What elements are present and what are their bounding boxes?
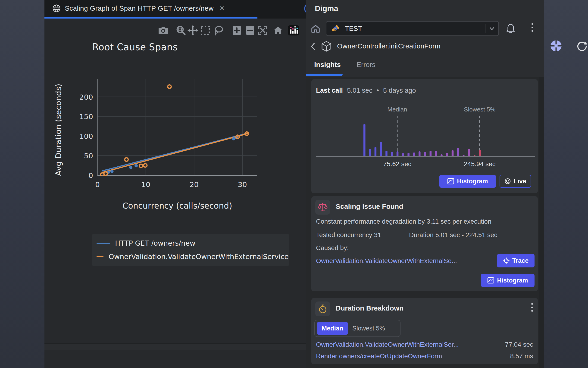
target-crosshair-icon[interactable]: [550, 39, 562, 52]
histogram-bar: [479, 150, 481, 157]
trace-button[interactable]: Trace: [497, 254, 535, 267]
y-tick-label: 100: [75, 132, 93, 140]
editor-tab-scaling-graph[interactable]: Scaling Graph of Span HTTP GET /owners/n…: [44, 0, 228, 17]
breakdown-row: Render owners/createOrUpdateOwnerForm8.5…: [316, 350, 533, 362]
panel-kebab-menu-icon[interactable]: [529, 23, 536, 32]
caused-by-label: Caused by:: [316, 244, 349, 252]
active-panel-tab-underline: [306, 74, 342, 76]
plotly-logo-icon[interactable]: [288, 25, 299, 36]
toggle-slowest-5[interactable]: Slowest 5%: [352, 325, 385, 332]
legend-label: OwnerValidation.ValidateOwnerWithExterna…: [109, 253, 289, 261]
toggle-median[interactable]: Median: [317, 322, 348, 335]
x-axis-label: Concurrency (calls/second): [123, 201, 232, 211]
tab-errors[interactable]: Errors: [357, 61, 376, 69]
breakdown-duration-value: 8.57 ms: [510, 352, 533, 360]
scaling-chart-panel: Root Cause Spans 0102030 050100150200 Av…: [44, 18, 306, 362]
tab-close-icon[interactable]: ×: [220, 4, 225, 12]
last-call-label: Last call: [316, 87, 343, 94]
stopwatch-icon: [318, 304, 328, 314]
camera-icon[interactable]: [158, 25, 168, 36]
scatter-point: [125, 158, 128, 161]
histogram-bar: [463, 155, 465, 157]
histogram-bar: [468, 149, 470, 157]
y-tick-label: 0: [75, 171, 93, 180]
histogram-bar: [457, 148, 459, 157]
tested-concurrency: Tested concurrency 31: [316, 231, 381, 239]
card-kebab-menu-icon[interactable]: [531, 303, 533, 312]
breakdown-rows: OwnerValidation.ValidateOwnerWithExterna…: [316, 339, 533, 362]
legend-line-swatch: [97, 256, 104, 257]
chart-title: Root Cause Spans: [92, 42, 178, 52]
x-tick-label: 0: [95, 180, 100, 189]
legend-line-swatch: [97, 243, 110, 244]
insights-scroll-area[interactable]: Last call 5.01 sec • 5 days ago Median S…: [306, 77, 539, 368]
histogram-bar: [435, 151, 437, 157]
chart-legend: HTTP GET /owners/newOwnerValidation.Vali…: [92, 234, 289, 266]
last-call-summary: Last call 5.01 sec • 5 days ago: [316, 87, 416, 94]
environment-value: TEST: [345, 25, 485, 32]
zoom-in-icon[interactable]: [231, 25, 242, 36]
breakdown-duration-value: 77.04 sec: [505, 341, 533, 348]
breakdown-row: OwnerValidation.ValidateOwnerWithExterna…: [316, 339, 533, 350]
tab-insights[interactable]: Insights: [314, 61, 341, 69]
median-value: 75.62 sec: [383, 160, 411, 168]
duration-breakdown-card: Duration Breakdown Median Slowest 5% Own…: [311, 298, 538, 364]
histogram-bar: [375, 147, 377, 157]
slowest-value: 245.94 sec: [464, 160, 496, 168]
y-tick-label: 150: [75, 112, 93, 121]
pan-icon[interactable]: [187, 25, 198, 36]
scaling-description: Constant performance degradation by 3.11…: [316, 218, 491, 225]
duration-icon-box: [315, 302, 330, 316]
notifications-bell-icon[interactable]: [504, 21, 517, 36]
environment-select[interactable]: TEST: [326, 21, 499, 36]
editor-bottom-strip: [44, 343, 306, 350]
histogram-baseline: [316, 156, 535, 157]
scatter-point: [129, 166, 132, 169]
span-cube-icon: [320, 40, 333, 53]
chevron-down-icon[interactable]: [485, 25, 498, 32]
lasso-icon[interactable]: [213, 25, 224, 36]
legend-item[interactable]: OwnerValidation.ValidateOwnerWithExterna…: [97, 253, 289, 261]
scatter-point: [143, 164, 147, 167]
scatter-point: [110, 170, 114, 173]
scrollbar-gutter[interactable]: [539, 77, 544, 368]
legend-label: HTTP GET /owners/new: [115, 239, 195, 247]
median-marker-label: Median: [387, 106, 407, 113]
duration-histogram: [316, 115, 535, 159]
scatter-point: [139, 164, 143, 167]
breakdown-span-link[interactable]: OwnerValidation.ValidateOwnerWithExterna…: [316, 341, 459, 348]
digma-panel: Digma TEST: [306, 0, 544, 368]
root-cause-span-link[interactable]: OwnerValidation.ValidateOwnerWithExterna…: [316, 257, 457, 265]
histogram-chart-icon: [487, 277, 494, 284]
back-chevron-icon[interactable]: [310, 40, 318, 53]
telescope-icon: [330, 24, 340, 33]
zoom-icon[interactable]: [176, 25, 186, 36]
live-button[interactable]: Live: [500, 175, 531, 188]
reset-home-icon[interactable]: [273, 25, 283, 36]
legend-item[interactable]: HTTP GET /owners/new: [97, 239, 289, 247]
breakdown-span-link[interactable]: Render owners/createOrUpdateOwnerForm: [316, 352, 442, 360]
x-tick-label: 20: [190, 180, 199, 189]
box-select-icon[interactable]: [200, 25, 211, 36]
scatter-plot: [97, 79, 257, 176]
trace-target-icon: [503, 258, 509, 264]
home-icon[interactable]: [310, 22, 322, 36]
live-icon: [504, 178, 511, 184]
y-tick-label: 50: [75, 152, 93, 160]
histogram-button[interactable]: Histogram: [439, 175, 496, 188]
editor-tab-bar: Scaling Graph of Span HTTP GET /owners/n…: [44, 0, 306, 18]
y-tick-label: 200: [75, 93, 93, 101]
x-tick-label: 10: [141, 180, 150, 189]
x-tick-label: 30: [238, 180, 247, 189]
histogram-button[interactable]: Histogram: [481, 274, 535, 287]
zoom-out-icon[interactable]: [245, 25, 255, 36]
trace-button-label: Trace: [512, 257, 529, 264]
histogram-bar: [452, 150, 454, 157]
refresh-icon[interactable]: [576, 40, 588, 52]
scatter-point: [134, 164, 138, 167]
trend-line: [102, 134, 247, 172]
autoscale-icon[interactable]: [257, 25, 268, 36]
scaling-issue-icon-box: [315, 200, 330, 215]
active-tab-underline: [44, 17, 257, 18]
last-call-time-ago: 5 days ago: [383, 87, 416, 94]
